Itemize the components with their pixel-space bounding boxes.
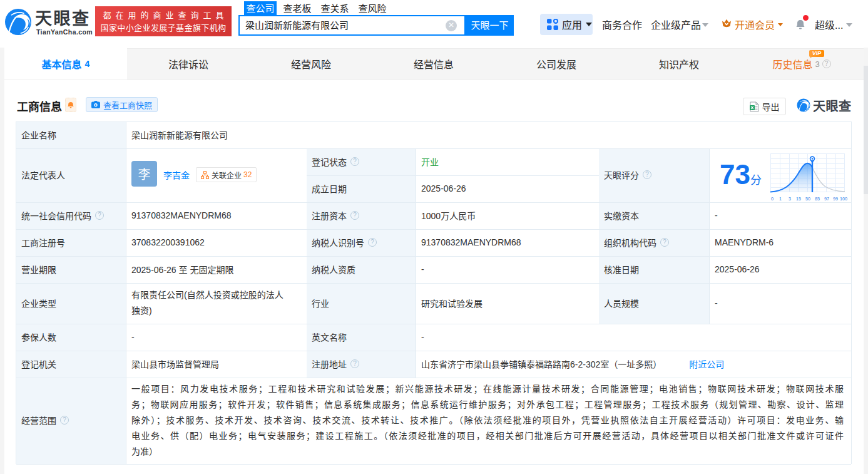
- svg-text:99: 99: [833, 196, 838, 202]
- svg-text:50: 50: [805, 196, 810, 202]
- svg-text:97: 97: [824, 196, 829, 202]
- svg-text:1: 1: [779, 196, 782, 202]
- svg-text:3: 3: [789, 196, 791, 202]
- svg-text:85: 85: [815, 196, 820, 202]
- svg-text:15: 15: [796, 196, 801, 202]
- svg-text:0: 0: [771, 196, 774, 202]
- svg-text:100: 100: [840, 196, 847, 202]
